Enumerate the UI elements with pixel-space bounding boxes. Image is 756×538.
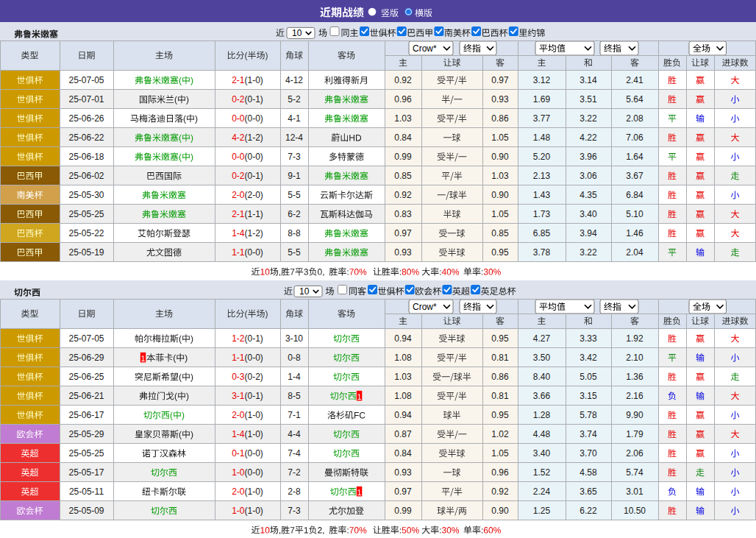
svg-text:1-4: 1-4 xyxy=(288,372,301,382)
svg-text:1-4: 1-4 xyxy=(232,228,245,238)
svg-text:3.22: 3.22 xyxy=(580,247,597,258)
svg-text:3.01: 3.01 xyxy=(626,486,643,497)
svg-text:1.05: 1.05 xyxy=(491,209,509,219)
svg-text:1.48: 1.48 xyxy=(533,132,551,143)
svg-text:1.05: 1.05 xyxy=(491,448,509,459)
svg-text:0.99: 0.99 xyxy=(394,152,412,162)
svg-text:5-5: 5-5 xyxy=(288,247,301,258)
svg-text:3.22: 3.22 xyxy=(580,113,597,124)
svg-text:0.97: 0.97 xyxy=(394,228,412,238)
svg-text:7.06: 7.06 xyxy=(626,132,643,143)
svg-text:(0-1): (0-1) xyxy=(245,391,263,401)
svg-text:(0-0): (0-0) xyxy=(245,353,263,363)
svg-text:25-05-19: 25-05-19 xyxy=(68,247,104,258)
svg-text:(0-1): (0-1) xyxy=(245,94,263,105)
svg-text:4-4: 4-4 xyxy=(288,429,301,439)
svg-text:10: 10 xyxy=(299,286,310,297)
svg-text:3.65: 3.65 xyxy=(580,486,597,497)
svg-text:3.40: 3.40 xyxy=(580,209,597,219)
svg-text:25-05-30: 25-05-30 xyxy=(68,190,104,200)
svg-text:1-4: 1-4 xyxy=(232,429,245,439)
svg-text:3.50: 3.50 xyxy=(533,353,551,363)
svg-text:0.95: 0.95 xyxy=(491,247,509,258)
svg-text:0.96: 0.96 xyxy=(491,467,509,478)
svg-text:8-5: 8-5 xyxy=(288,391,301,401)
svg-text:25-06-21: 25-06-21 xyxy=(68,391,104,401)
svg-text:0.90: 0.90 xyxy=(491,506,509,516)
svg-text:5.05: 5.05 xyxy=(580,372,597,382)
svg-text:2.16: 2.16 xyxy=(626,391,643,401)
svg-text:25-06-25: 25-06-25 xyxy=(68,372,104,382)
svg-text:3.15: 3.15 xyxy=(580,391,597,401)
svg-text:3.51: 3.51 xyxy=(580,94,597,105)
svg-text:4-1: 4-1 xyxy=(288,113,301,124)
svg-text:25-06-26: 25-06-26 xyxy=(68,113,104,124)
svg-text:1-1: 1-1 xyxy=(232,247,245,258)
svg-text:3.40: 3.40 xyxy=(533,448,551,459)
svg-text:3.42: 3.42 xyxy=(580,353,597,363)
svg-text:(1-0): (1-0) xyxy=(245,506,263,516)
svg-text:1.92: 1.92 xyxy=(626,333,643,344)
svg-text:0.94: 0.94 xyxy=(394,333,412,344)
svg-text:7-3: 7-3 xyxy=(288,506,301,516)
svg-text:0.92: 0.92 xyxy=(394,190,412,200)
svg-text:0.90: 0.90 xyxy=(491,190,509,200)
svg-text:0.90: 0.90 xyxy=(491,152,509,162)
svg-text:2-0: 2-0 xyxy=(232,486,245,497)
svg-text:4-2: 4-2 xyxy=(232,132,245,143)
svg-text:(1-2): (1-2) xyxy=(245,228,263,238)
svg-text:9.90: 9.90 xyxy=(626,410,643,420)
svg-text:1.03: 1.03 xyxy=(394,113,412,124)
svg-text:1-0: 1-0 xyxy=(232,467,245,478)
svg-text:(1-0): (1-0) xyxy=(245,410,263,420)
svg-text:10: 10 xyxy=(292,28,302,38)
svg-text:25-06-18: 25-06-18 xyxy=(68,152,104,162)
svg-text:9-1: 9-1 xyxy=(288,171,301,181)
svg-text:2-1: 2-1 xyxy=(232,209,245,219)
svg-text:2.08: 2.08 xyxy=(626,113,643,124)
svg-text:0.93: 0.93 xyxy=(491,94,509,105)
svg-text:6.85: 6.85 xyxy=(533,228,551,238)
svg-text:5-5: 5-5 xyxy=(288,190,301,200)
svg-text:25-07-01: 25-07-01 xyxy=(68,94,104,105)
svg-text:0.97: 0.97 xyxy=(491,75,509,85)
svg-text:25-05-29: 25-05-29 xyxy=(68,429,104,439)
svg-text:0.92: 0.92 xyxy=(394,75,412,85)
svg-text:0.86: 0.86 xyxy=(491,113,509,124)
svg-text:0-1: 0-1 xyxy=(232,448,245,459)
svg-text:1-0: 1-0 xyxy=(232,506,245,516)
svg-text:(0-1): (0-1) xyxy=(245,333,263,344)
svg-text:1.05: 1.05 xyxy=(491,132,509,143)
svg-text:7-2: 7-2 xyxy=(288,467,301,478)
svg-text:25-05-17: 25-05-17 xyxy=(68,467,104,478)
svg-text:2.10: 2.10 xyxy=(626,353,643,363)
svg-text:1.03: 1.03 xyxy=(394,372,412,382)
svg-text:1-1: 1-1 xyxy=(232,353,245,363)
svg-text:0.85: 0.85 xyxy=(394,171,412,181)
svg-text:3.96: 3.96 xyxy=(580,152,597,162)
svg-text:6.22: 6.22 xyxy=(580,506,597,516)
svg-text:1.43: 1.43 xyxy=(533,190,551,200)
svg-text:0.93: 0.93 xyxy=(394,247,412,258)
svg-text:1.36: 1.36 xyxy=(626,372,643,382)
svg-text:0-3: 0-3 xyxy=(232,372,245,382)
svg-text:25-05-25: 25-05-25 xyxy=(68,209,104,219)
svg-text:0.92: 0.92 xyxy=(491,486,509,497)
svg-text:25-05-22: 25-05-22 xyxy=(68,228,104,238)
svg-text:1.28: 1.28 xyxy=(533,410,551,420)
svg-text:0.81: 0.81 xyxy=(491,391,509,401)
svg-text:(0-1): (0-1) xyxy=(245,171,263,181)
svg-text:3.06: 3.06 xyxy=(580,171,597,181)
svg-text:0.94: 0.94 xyxy=(394,410,412,420)
svg-text:1.02: 1.02 xyxy=(491,429,509,439)
svg-text:8-8: 8-8 xyxy=(288,228,301,238)
svg-text:3.94: 3.94 xyxy=(580,228,597,238)
svg-text:1.64: 1.64 xyxy=(626,152,643,162)
svg-text:25-06-17: 25-06-17 xyxy=(68,410,104,420)
svg-text:0-0: 0-0 xyxy=(232,152,245,162)
svg-text:0-0: 0-0 xyxy=(232,113,245,124)
svg-text:6-2: 6-2 xyxy=(288,209,301,219)
svg-text:12-4: 12-4 xyxy=(285,132,303,143)
svg-text:3-10: 3-10 xyxy=(285,333,303,344)
svg-text:2.41: 2.41 xyxy=(626,75,643,85)
